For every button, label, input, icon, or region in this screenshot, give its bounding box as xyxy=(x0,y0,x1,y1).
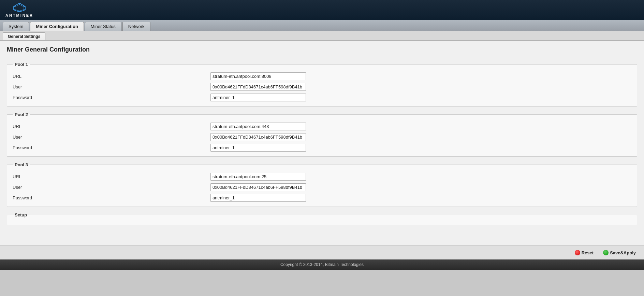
antminer-logo-icon xyxy=(13,2,26,13)
pool-1-user-row: User xyxy=(13,83,631,91)
svg-line-4 xyxy=(24,10,25,10)
pool-1-password-label: Password xyxy=(13,95,210,100)
header: ANTMINER xyxy=(0,0,644,20)
pool-1-url-input[interactable] xyxy=(210,72,306,80)
main-content: Miner General Configuration Pool 1 URL U… xyxy=(0,41,644,245)
tab-miner-status[interactable]: Miner Status xyxy=(85,22,121,31)
setup-legend: Setup xyxy=(13,212,29,217)
pool-3-url-input[interactable] xyxy=(210,173,306,181)
svg-line-6 xyxy=(14,10,15,10)
svg-line-7 xyxy=(14,6,15,7)
pool-3-password-label: Password xyxy=(13,195,210,200)
svg-line-3 xyxy=(24,6,25,7)
tab-network[interactable]: Network xyxy=(122,22,150,31)
pool-1-user-input[interactable] xyxy=(210,83,306,91)
save-icon xyxy=(603,250,609,255)
pool-2-url-row: URL xyxy=(13,123,631,130)
pool-2-password-input[interactable] xyxy=(210,144,306,152)
pool-2-password-row: Password xyxy=(13,144,631,152)
pool-1-legend: Pool 1 xyxy=(13,62,30,67)
pool-3-password-input[interactable] xyxy=(210,194,306,202)
pool-1-password-row: Password xyxy=(13,94,631,101)
pool-3-fieldset: Pool 3 URL User Password xyxy=(7,162,637,207)
logo-text: ANTMINER xyxy=(5,13,33,17)
reset-label: Reset xyxy=(582,250,594,255)
pool-2-password-label: Password xyxy=(13,145,210,150)
tab-miner-configuration[interactable]: Miner Configuration xyxy=(30,22,84,31)
pool-2-url-input[interactable] xyxy=(210,123,306,130)
tab-bar: System Miner Configuration Miner Status … xyxy=(0,20,644,31)
pool-2-user-row: User xyxy=(13,133,631,141)
sub-tab-general-settings[interactable]: General Settings xyxy=(3,32,45,40)
svg-marker-1 xyxy=(15,4,24,11)
copyright-text: Copyright © 2013-2014, Bitmain Technolog… xyxy=(280,262,364,267)
pool-3-user-input[interactable] xyxy=(210,183,306,191)
setup-fieldset: Setup xyxy=(7,212,637,225)
pool-1-fieldset: Pool 1 URL User Password xyxy=(7,62,637,107)
reset-icon xyxy=(575,250,580,255)
pool-2-user-input[interactable] xyxy=(210,133,306,141)
pool-1-url-row: URL xyxy=(13,72,631,80)
pool-3-url-label: URL xyxy=(13,174,210,179)
tab-system[interactable]: System xyxy=(3,22,29,31)
save-label: Save&Apply xyxy=(610,250,636,255)
pool-2-legend: Pool 2 xyxy=(13,112,30,117)
pool-1-url-label: URL xyxy=(13,74,210,79)
pool-2-fieldset: Pool 2 URL User Password xyxy=(7,112,637,157)
pool-2-url-label: URL xyxy=(13,124,210,129)
pool-3-url-row: URL xyxy=(13,173,631,181)
copyright-bar: Copyright © 2013-2014, Bitmain Technolog… xyxy=(0,259,644,270)
page-title: Miner General Configuration xyxy=(7,46,637,56)
pool-3-password-row: Password xyxy=(13,194,631,202)
pool-3-legend: Pool 3 xyxy=(13,162,30,167)
pool-2-user-label: User xyxy=(13,135,210,140)
pool-3-user-row: User xyxy=(13,183,631,191)
sub-tab-bar: General Settings xyxy=(0,31,644,41)
pool-1-user-label: User xyxy=(13,84,210,89)
save-apply-button[interactable]: Save&Apply xyxy=(600,249,639,257)
footer-actions: Reset Save&Apply xyxy=(0,245,644,259)
logo-area: ANTMINER xyxy=(5,2,33,17)
reset-button[interactable]: Reset xyxy=(572,249,596,257)
pool-1-password-input[interactable] xyxy=(210,94,306,101)
pool-3-user-label: User xyxy=(13,185,210,190)
